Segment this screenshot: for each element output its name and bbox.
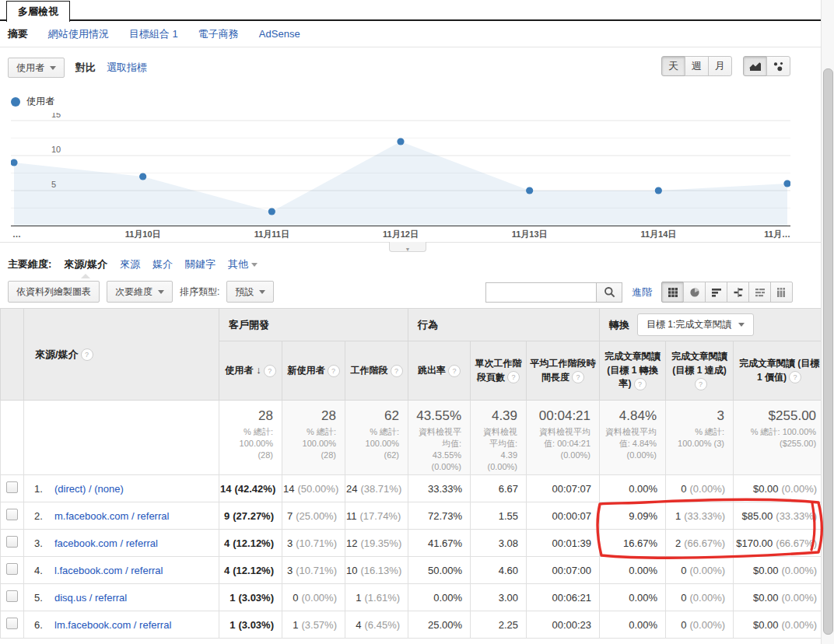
search-icon — [604, 286, 615, 298]
metric-cell: 9(27.27%) — [219, 502, 282, 530]
metric-value: 1 — [675, 510, 681, 522]
dimension-other[interactable]: 其他 — [228, 257, 258, 271]
metric-percent: (0.00%) — [782, 592, 818, 604]
metric-percent: (17.74%) — [360, 510, 401, 522]
performance-view-button[interactable] — [705, 282, 727, 303]
totals-dimension-cell — [24, 401, 219, 475]
metric-column-header[interactable]: 平均工作階段時間長度 — [527, 341, 600, 401]
pivot-view-button[interactable] — [770, 282, 793, 303]
source-link[interactable]: l.facebook.com / referral — [54, 565, 163, 576]
source-link[interactable]: lm.facebook.com / referral — [54, 619, 171, 631]
row-checkbox[interactable] — [6, 563, 18, 575]
metric-cell: 0.00% — [600, 611, 666, 639]
metric-column-header[interactable]: 完成文章閱讀 (目標 1 轉換率) — [600, 341, 666, 401]
search-button[interactable] — [596, 282, 622, 303]
goal-selector-dropdown[interactable]: 目標 1:完成文章閱讀 — [637, 313, 754, 336]
metric-percent: (33.33%) — [776, 510, 817, 522]
help-icon — [789, 371, 801, 383]
totals-row: 28% 總計: 100.00% (28)28% 總計: 100.00% (28)… — [1, 401, 825, 475]
granularity-week-button[interactable]: 週 — [685, 56, 709, 76]
chart-type-toggle-group — [743, 56, 790, 76]
advanced-filter-link[interactable]: 進階 — [632, 285, 652, 299]
select-metric-link[interactable]: 選取指標 — [107, 61, 147, 75]
totals-metric-cell: 62% 總計: 100.00% (62) — [345, 401, 408, 475]
row-index: 6. — [34, 619, 54, 631]
subnav-goal-set-1[interactable]: 目標組合 1 — [129, 27, 178, 41]
metric-column-header[interactable]: 新使用者 — [282, 341, 345, 401]
metric-selector-label: 使用者 — [16, 61, 44, 75]
row-checkbox-cell — [1, 557, 24, 584]
source-link[interactable]: disq.us / referral — [54, 592, 127, 604]
comparison-view-button[interactable] — [727, 282, 749, 303]
search-input[interactable] — [485, 282, 596, 303]
table-view-button[interactable] — [661, 282, 684, 303]
metric-column-header[interactable]: 跳出率 — [408, 341, 471, 401]
subnav-adsense[interactable]: AdSense — [259, 28, 300, 40]
row-checkbox[interactable] — [6, 536, 18, 548]
line-chart-icon — [749, 61, 762, 72]
dimension-keyword[interactable]: 關鍵字 — [185, 257, 216, 271]
plot-rows-button[interactable]: 依資料列繪製圖表 — [8, 281, 100, 303]
metric-percent: (0.00%) — [690, 565, 726, 576]
metric-percent: (12.12%) — [233, 565, 274, 576]
svg-text:11月10日: 11月10日 — [125, 229, 161, 239]
totals-value: 28 — [283, 408, 344, 424]
source-link[interactable]: m.facebook.com / referral — [54, 510, 169, 522]
metric-cell: 1(3.57%) — [282, 611, 345, 639]
metric-value: $170.00 — [736, 537, 773, 549]
percentage-view-button[interactable] — [683, 282, 706, 303]
row-checkbox[interactable] — [6, 618, 18, 629]
svg-text:15: 15 — [51, 113, 61, 119]
term-cloud-view-button[interactable] — [748, 282, 771, 303]
dimension-medium[interactable]: 媒介 — [152, 257, 173, 271]
granularity-day-button[interactable]: 天 — [661, 56, 685, 76]
metric-column-header[interactable]: 完成文章閱讀 (目標 1 達成) — [666, 341, 734, 401]
dimension-source[interactable]: 來源 — [120, 257, 140, 271]
secondary-dimension-dropdown[interactable]: 次要維度 — [107, 281, 173, 303]
table-row: 6.lm.facebook.com / referral1(3.03%)1(3.… — [1, 611, 825, 639]
row-dimension-cell: 3.facebook.com / referral — [24, 530, 219, 557]
line-chart-button[interactable] — [743, 56, 767, 76]
row-checkbox[interactable] — [6, 590, 18, 602]
row-dimension-cell: 2.m.facebook.com / referral — [24, 502, 219, 530]
metric-value: 25.00% — [428, 619, 462, 631]
table-view-icon — [668, 287, 678, 298]
scrollbar-thumb[interactable] — [823, 68, 833, 635]
metric-cell: 3.08 — [471, 530, 527, 557]
metric-cell: 4(6.45%) — [345, 611, 408, 639]
select-all-column-header — [1, 309, 24, 401]
metric-percent: (0.00%) — [782, 619, 818, 631]
row-checkbox[interactable] — [6, 481, 18, 493]
dimension-source-medium[interactable]: 來源/媒介 — [64, 257, 107, 271]
metric-column-header[interactable]: 工作階段 — [345, 341, 408, 401]
metric-percent: (19.35%) — [360, 537, 401, 549]
source-link[interactable]: (direct) / (none) — [54, 483, 124, 495]
motion-chart-button[interactable] — [766, 56, 790, 76]
dimension-column-header[interactable]: 來源/媒介 — [24, 309, 219, 401]
metric-value: 0.00% — [629, 565, 657, 576]
subnav-site-usage[interactable]: 網站使用情況 — [48, 27, 109, 41]
metric-percent: (25.00%) — [296, 510, 337, 522]
subnav-summary[interactable]: 摘要 — [8, 27, 28, 41]
totals-value: $255.00 — [734, 408, 824, 424]
vertical-scrollbar[interactable] — [821, 0, 834, 644]
sort-type-dropdown[interactable]: 預設 — [226, 281, 274, 303]
tab-explorer[interactable]: 多層檢視 — [6, 1, 70, 22]
granularity-month-button[interactable]: 月 — [708, 56, 732, 76]
metric-cell: 33.33% — [408, 475, 471, 502]
metric-column-header[interactable]: 使用者 — [219, 341, 282, 401]
metric-value: 3.00 — [499, 592, 518, 604]
source-link[interactable]: facebook.com / referral — [54, 537, 158, 549]
dimension-column-label: 來源/媒介 — [35, 348, 79, 360]
users-line-chart[interactable]: 51015…11月10日11月11日11月12日11月13日11月14日11月… — [11, 113, 790, 241]
metric-column-header[interactable]: 單次工作階段頁數 — [471, 341, 527, 401]
metric-selector-dropdown[interactable]: 使用者 — [8, 58, 65, 78]
totals-value: 28 — [220, 408, 281, 424]
metric-column-header[interactable]: 完成文章閱讀 (目標 1 價值) — [734, 341, 825, 401]
help-icon — [634, 378, 647, 390]
annotations-expand-handle[interactable] — [389, 242, 426, 252]
metric-value: 0.00% — [629, 483, 657, 495]
row-checkbox[interactable] — [6, 509, 18, 520]
subnav-ecommerce[interactable]: 電子商務 — [198, 27, 239, 41]
totals-subtext: % 總計: 100.00% ($255.00) — [734, 424, 824, 450]
